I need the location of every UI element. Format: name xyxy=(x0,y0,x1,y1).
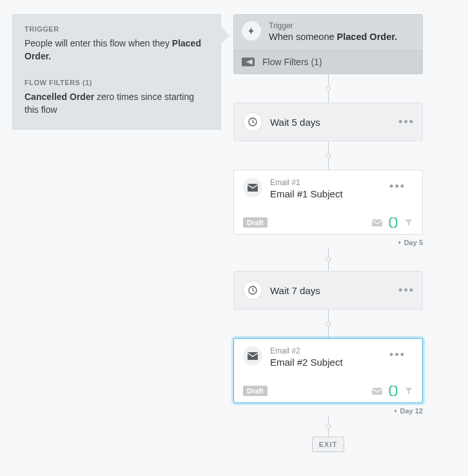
trigger-info-panel: TRIGGER People will enter this flow when… xyxy=(12,14,221,130)
email-1-more-icon[interactable]: ••• xyxy=(389,181,405,192)
trigger-card-line: When someone Placed Order. xyxy=(269,32,397,42)
svg-rect-8 xyxy=(372,388,382,395)
flow-filters-section-label: FLOW FILTERS (1) xyxy=(24,79,209,86)
additional-filter-icon[interactable] xyxy=(404,386,413,395)
clock-icon xyxy=(243,112,262,132)
email-2-subject: Email #2 Subject xyxy=(270,357,343,368)
wait-2-text: Wait 7 days xyxy=(270,285,320,296)
email-1-status-badge: Draft xyxy=(243,217,268,228)
svg-rect-5 xyxy=(390,217,397,228)
clock-icon xyxy=(243,281,262,300)
flow-filters-label: Flow Filters (1) xyxy=(262,57,322,67)
wait-2-more-icon[interactable]: ••• xyxy=(398,284,414,296)
filter-desc-bold: Cancelled Order xyxy=(24,92,94,102)
email-2-status-badge: Draft xyxy=(243,386,268,396)
wait-1-text: Wait 5 days xyxy=(270,117,320,128)
email-1-day-label: Day 5 xyxy=(404,239,423,246)
wait-card-1[interactable]: Wait 5 days ••• xyxy=(233,103,423,141)
svg-rect-9 xyxy=(390,386,397,396)
info-panel-arrow xyxy=(220,26,229,45)
connector-1 xyxy=(233,74,423,103)
email-2-more-icon[interactable]: ••• xyxy=(389,349,405,361)
email-1-eyebrow: Email #1 xyxy=(270,178,343,187)
email-1-day-marker: Day 5 xyxy=(397,239,423,246)
trigger-card-line-pre: When someone xyxy=(269,32,337,42)
flow-filter-description: Cancelled Order zero times since startin… xyxy=(24,90,209,117)
flow-filters-row[interactable]: Flow Filters (1) xyxy=(234,50,422,74)
filter-icon xyxy=(242,57,255,66)
smart-send-icon[interactable] xyxy=(372,219,382,226)
trigger-card-eyebrow: Trigger xyxy=(269,21,397,30)
email-1-subject: Email #1 Subject xyxy=(270,188,343,199)
trigger-desc-pre: People will enter this flow when they xyxy=(24,38,172,48)
svg-rect-4 xyxy=(372,219,382,226)
utm-icon[interactable] xyxy=(389,217,398,228)
smart-send-icon[interactable] xyxy=(372,387,382,395)
wait-card-2[interactable]: Wait 7 days ••• xyxy=(233,271,423,310)
trigger-card-line-bold: Placed Order. xyxy=(337,32,398,42)
wait-1-more-icon[interactable]: ••• xyxy=(398,116,414,128)
additional-filter-icon[interactable] xyxy=(404,218,413,227)
utm-icon[interactable] xyxy=(389,386,398,396)
email-2-eyebrow: Email #2 xyxy=(270,346,343,355)
email-icon xyxy=(243,346,262,366)
email-2-day-marker: Day 12 xyxy=(393,407,423,415)
connector-3 xyxy=(233,248,423,271)
connector-4 xyxy=(233,310,423,338)
email-card-2[interactable]: Email #2 Email #2 Subject ••• Draft xyxy=(233,338,423,403)
email-card-1[interactable]: Email #1 Email #1 Subject ••• Draft xyxy=(233,170,423,235)
email-icon xyxy=(243,178,262,197)
email-2-day-label: Day 12 xyxy=(400,407,423,415)
connector-2 xyxy=(233,141,423,170)
trigger-description: People will enter this flow when they Pl… xyxy=(24,37,209,63)
lightning-icon xyxy=(242,21,261,41)
exit-node: EXIT xyxy=(312,437,344,452)
connector-5 xyxy=(233,416,423,437)
trigger-card[interactable]: Trigger When someone Placed Order. Flow … xyxy=(233,14,423,74)
trigger-section-label: TRIGGER xyxy=(24,25,209,33)
